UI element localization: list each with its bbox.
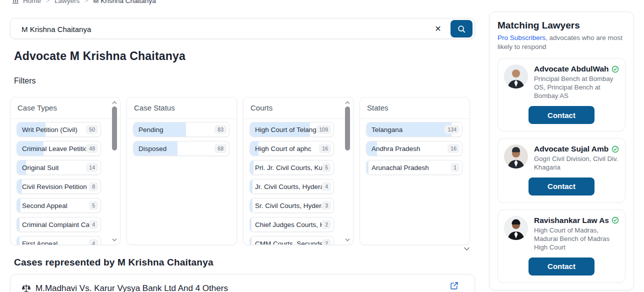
filter-column-title: Case Types <box>10 98 120 119</box>
filter-items: Pending 83 Disposed 68 <box>127 119 236 244</box>
lawyer-avatar <box>504 64 528 88</box>
filter-column-title: Courts <box>244 98 353 119</box>
filter-item-count: 4 <box>89 220 98 229</box>
filter-item-count: 8 <box>89 182 98 191</box>
clear-search-icon[interactable]: ✕ <box>430 18 446 38</box>
filter-item-court[interactable]: High Court of aphc 16 <box>250 141 334 156</box>
search-input[interactable] <box>20 18 372 40</box>
filter-item-court[interactable]: Sr. Civil Courts, Hydera 3 <box>250 198 334 213</box>
filter-item-case-type[interactable]: Civil Revision Petition 8 <box>16 179 101 194</box>
filter-item-court[interactable]: Chief Judges Courts, H 2 <box>250 217 334 232</box>
breadcrumb-current: M Krishna Chaitanya <box>93 0 156 4</box>
matching-lawyers-subtitle: Pro Subscribers, advocates who are most … <box>498 34 626 52</box>
scrollbar-track[interactable] <box>112 106 117 236</box>
contact-button[interactable]: Contact <box>528 178 594 196</box>
scrollbar-thumb[interactable] <box>112 106 117 150</box>
filter-item-label: High Court of aphc <box>250 145 319 152</box>
filter-item-case-status[interactable]: Disposed 68 <box>133 141 230 156</box>
filter-item-case-status[interactable]: Pending 83 <box>133 122 230 137</box>
filter-column-title: Case Status <box>127 98 236 119</box>
page-title: Advocate M Krishna Chaitanya <box>14 50 475 63</box>
filter-item-case-type[interactable]: Writ Petition (Civil) 50 <box>16 122 101 137</box>
pro-subscribers-link[interactable]: Pro Subscribers <box>498 34 546 42</box>
filter-item-count: 50 <box>86 125 98 134</box>
filter-item-count: 83 <box>214 125 226 134</box>
filter-item-case-type[interactable]: Second Appeal 5 <box>16 198 101 213</box>
breadcrumb: Home > Lawyers > M Krishna Chaitanya <box>10 0 475 6</box>
scroll-down-icon[interactable] <box>345 236 350 242</box>
filter-item-label: Arunachal Pradesh <box>366 164 450 172</box>
search-icon <box>457 24 466 34</box>
filter-item-case-type[interactable]: Criminal Complaint Cas 4 <box>16 217 101 232</box>
filter-item-case-type[interactable]: Criminal Leave Petition 48 <box>16 141 101 156</box>
scrollbar-thumb[interactable] <box>345 106 350 150</box>
filter-item-state[interactable]: Andhra Pradesh 16 <box>366 141 462 156</box>
filter-item-label: Writ Petition (Civil) <box>17 126 86 134</box>
breadcrumb-lawyers[interactable]: Lawyers <box>54 0 80 4</box>
lawyer-description: Principal Bench at Bombay OS, Principal … <box>534 75 619 100</box>
filter-item-court[interactable]: CMM Courts, Secunder 2 <box>250 236 334 244</box>
filters-expand-row <box>10 246 475 254</box>
case-row[interactable]: M.Madhavi Vs. Karur Vysya Bank Ltd And 4… <box>10 274 474 292</box>
filter-item-count: 2 <box>322 220 331 229</box>
filter-item-label: First Appeal <box>17 240 89 245</box>
filter-item-label: Jr. Civil Courts, Hydera <box>250 183 322 190</box>
scales-icon <box>22 284 31 292</box>
filter-item-court[interactable]: High Court of Telangan 109 <box>250 122 334 137</box>
filter-item-label: Chief Judges Courts, H <box>250 221 322 228</box>
lawyer-description: Gogri Civil Division, Civil Div. Khagari… <box>534 155 619 172</box>
scroll-down-icon[interactable] <box>112 236 117 242</box>
sidebar: Matching Lawyers Pro Subscribers, advoca… <box>489 0 634 292</box>
contact-button[interactable]: Contact <box>528 258 594 276</box>
filter-item-count: 14 <box>86 163 98 172</box>
lawyer-name: Advocate AbdulWaha... <box>534 64 608 74</box>
filter-item-count: 68 <box>214 144 226 153</box>
chevron-down-icon[interactable] <box>464 246 470 251</box>
breadcrumb-home[interactable]: Home <box>23 0 41 4</box>
filter-items: Writ Petition (Civil) 50 Criminal Leave … <box>10 119 120 244</box>
case-card: M.Madhavi Vs. Karur Vysya Bank Ltd And 4… <box>10 274 475 292</box>
verified-check-icon <box>612 146 619 153</box>
matching-lawyers-card: Matching Lawyers Pro Subscribers, advoca… <box>489 12 634 290</box>
filter-item-count: 5 <box>89 201 98 210</box>
matching-lawyers-title: Matching Lawyers <box>498 20 626 31</box>
filter-item-state[interactable]: Arunachal Pradesh 1 <box>366 160 462 175</box>
search-button[interactable] <box>450 20 472 38</box>
filter-item-label: Disposed <box>134 145 214 152</box>
filters-label: Filters <box>14 76 475 86</box>
filter-item-label: Telangana <box>366 126 444 134</box>
search-bar: ✕ <box>10 18 475 39</box>
filter-item-count: 5 <box>322 163 331 172</box>
filter-item-label: Andhra Pradesh <box>366 145 448 152</box>
case-title: M.Madhavi Vs. Karur Vysya Bank Ltd And 4… <box>36 284 228 292</box>
lawyer-description: High Court of Madras, Madurai Bench of M… <box>534 226 619 252</box>
filter-item-state[interactable]: Telangana 134 <box>366 122 462 137</box>
scroll-up-icon[interactable] <box>112 100 117 106</box>
filter-item-count: 109 <box>316 125 331 134</box>
courts-scrollbar[interactable] <box>344 100 351 242</box>
filter-column-case-status: Case Status Pending 83 Disposed 68 <box>126 97 237 245</box>
filter-item-label: Criminal Leave Petition <box>17 145 86 152</box>
contact-button[interactable]: Contact <box>528 106 594 124</box>
scroll-up-icon[interactable] <box>345 100 350 106</box>
external-link-icon[interactable] <box>450 282 458 290</box>
filter-item-label: Prl. Jr. Civil Courts, Kuk <box>250 164 322 172</box>
filter-item-court[interactable]: Jr. Civil Courts, Hydera 4 <box>250 179 334 194</box>
verified-check-icon <box>612 66 619 73</box>
scrollbar-track[interactable] <box>345 106 350 236</box>
main-column: Home > Lawyers > M Krishna Chaitanya ✕ A… <box>0 0 475 292</box>
filter-item-case-type[interactable]: First Appeal 4 <box>16 236 101 244</box>
filter-item-label: Civil Revision Petition <box>17 183 89 190</box>
case-types-scrollbar[interactable] <box>111 100 118 242</box>
filter-item-label: Second Appeal <box>17 202 89 210</box>
lawyer-avatar <box>504 216 528 240</box>
verified-check-icon <box>612 216 619 224</box>
filter-item-case-type[interactable]: Original Suit 14 <box>16 160 101 175</box>
filter-item-count: 4 <box>322 182 331 191</box>
filter-item-court[interactable]: Prl. Jr. Civil Courts, Kuk 5 <box>250 160 334 175</box>
filter-item-label: High Court of Telangan <box>250 126 316 134</box>
lawyer-card: Advocate Sujal Amba... Gogri Civil Divis… <box>498 138 626 203</box>
filter-item-count: 1 <box>450 163 460 172</box>
filter-item-label: Pending <box>134 126 214 134</box>
filter-item-count: 4 <box>89 239 98 244</box>
